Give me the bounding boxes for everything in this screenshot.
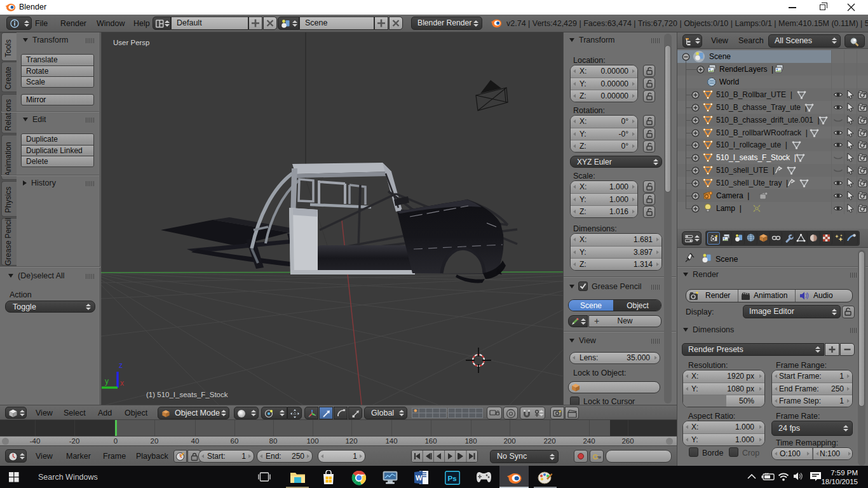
- svg-text:y: y: [105, 377, 109, 386]
- svg-text:z: z: [119, 361, 123, 370]
- svg-text:Ps: Ps: [448, 475, 457, 482]
- svg-text:x: x: [120, 379, 124, 388]
- svg-text:W: W: [416, 474, 423, 482]
